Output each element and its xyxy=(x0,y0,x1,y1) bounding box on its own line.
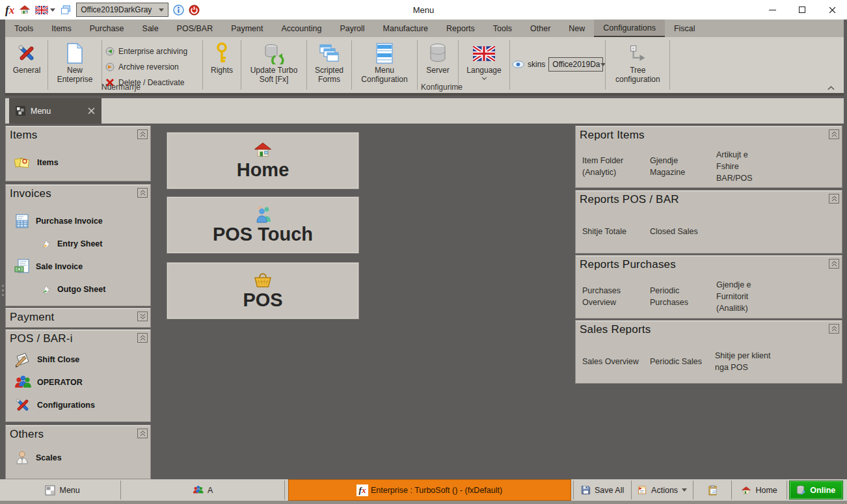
chevron-double-up-icon xyxy=(831,131,837,137)
status-menu-button[interactable]: Menu xyxy=(5,479,120,501)
section-title: Others xyxy=(6,425,150,442)
scripted-forms-button[interactable]: Scripted Forms xyxy=(309,40,349,85)
tab-pos-bar[interactable]: POS/BAR xyxy=(168,20,222,37)
close-tab-icon[interactable] xyxy=(88,107,95,114)
collapse-button[interactable] xyxy=(829,324,839,334)
section-title: Reports Purchases xyxy=(576,256,842,272)
pos-touch-launcher-button[interactable]: POS Touch xyxy=(167,196,359,254)
pos-launcher-button[interactable]: POS xyxy=(167,262,359,319)
power-icon[interactable] xyxy=(189,5,200,16)
collapse-button[interactable] xyxy=(137,333,148,343)
expand-button[interactable] xyxy=(137,312,148,321)
report-link-shitje-klient-pos[interactable]: Shitje per klient nga POS xyxy=(715,350,780,373)
language-flag-icon[interactable] xyxy=(35,6,55,14)
minimize-button[interactable] xyxy=(757,0,787,20)
home-launcher-button[interactable]: Home xyxy=(167,132,359,189)
tab-purchase[interactable]: Purchase xyxy=(81,20,133,37)
sidebar-item-items[interactable]: Items xyxy=(6,151,150,174)
status-operator-button[interactable]: A xyxy=(121,479,284,501)
tab-payroll[interactable]: Payroll xyxy=(330,20,373,37)
status-home-button[interactable]: Home xyxy=(732,479,786,501)
rights-button[interactable]: Rights xyxy=(205,40,239,75)
close-button[interactable] xyxy=(817,0,847,20)
status-enterprise-badge[interactable]: fx Enterprise : TurboSoft () - (fxDefaul… xyxy=(288,479,571,501)
tab-tools[interactable]: Tools xyxy=(5,20,42,37)
report-link-purchases-overview[interactable]: Purchases Overview xyxy=(582,285,641,308)
tab-reports[interactable]: Reports xyxy=(437,20,484,37)
sidebar-item-shift-close[interactable]: Shift Close xyxy=(6,348,150,371)
collapse-button[interactable] xyxy=(829,259,839,269)
key-icon xyxy=(215,41,228,66)
enterprise-archiving-button[interactable]: Enterprise archiving xyxy=(104,44,200,59)
report-link-closed-sales[interactable]: Closed Sales xyxy=(650,226,707,237)
report-link-gjendje-magazine[interactable]: Gjendje Magazine xyxy=(650,155,707,178)
ribbon-collapse-button[interactable] xyxy=(827,86,835,90)
sidebar-item-scales[interactable]: Scales xyxy=(6,446,150,469)
update-turbosoft-button[interactable]: Update Turbo Soft [Fx] xyxy=(243,40,304,85)
collapse-button[interactable] xyxy=(137,429,148,438)
report-link-item-folder[interactable]: Item Folder (Analytic) xyxy=(582,155,641,178)
basket-icon xyxy=(252,271,273,289)
collapse-button[interactable] xyxy=(137,129,148,139)
windows-stack-icon[interactable] xyxy=(60,5,72,16)
ribbon-tab-strip: Tools Items Purchase Sale POS/BAR Paymen… xyxy=(5,20,844,37)
new-enterprise-button[interactable]: New Enterprise xyxy=(50,40,100,85)
maximize-button[interactable] xyxy=(787,0,817,20)
report-link-gjendje-furnitorit[interactable]: Gjendje e Furnitorit (Analitik) xyxy=(716,279,775,314)
online-status-button[interactable]: Online xyxy=(789,481,843,499)
tab-items[interactable]: Items xyxy=(42,20,81,37)
home-icon[interactable] xyxy=(19,5,31,15)
doc-tab-menu[interactable]: Menu xyxy=(9,98,101,124)
quick-access-toolbar: fx Office2019DarkGray xyxy=(0,3,200,17)
tab-sale[interactable]: Sale xyxy=(133,20,168,37)
close-icon xyxy=(829,7,836,14)
menu-configuration-button[interactable]: Menu Configuration xyxy=(354,40,415,85)
tab-fiscal[interactable]: Fiscal xyxy=(665,20,705,37)
sidebar-item-outgo-sheet[interactable]: Outgo Sheet xyxy=(6,278,150,300)
collapse-button[interactable] xyxy=(829,194,839,204)
skins-select[interactable]: Office2019Da xyxy=(548,57,603,72)
section-title: POS / BAR-i xyxy=(6,330,150,347)
tab-accounting[interactable]: Accounting xyxy=(273,20,331,37)
report-link-sales-overview[interactable]: Sales Overview xyxy=(582,356,642,367)
chevron-double-up-icon xyxy=(831,261,837,267)
sidebar-item-entry-sheet[interactable]: Entry Sheet xyxy=(6,232,150,255)
panel-report-items: Report Items Item Folder (Analytic) Gjen… xyxy=(575,126,842,188)
home-icon xyxy=(741,486,751,495)
archive-reversion-button[interactable]: Archive reversion xyxy=(104,59,200,75)
tab-payment[interactable]: Payment xyxy=(222,20,272,37)
group-caption-ndermarrje: Ndermarrje xyxy=(8,83,234,92)
person-icon xyxy=(14,450,30,466)
tab-new[interactable]: New xyxy=(559,20,594,37)
entry-sheet-icon xyxy=(41,239,51,249)
tab-other[interactable]: Other xyxy=(521,20,559,37)
sidebar-section-items: Items Items xyxy=(5,126,151,181)
report-link-artikujt-fshire[interactable]: Artikujt e Fshire BAR/POS xyxy=(716,149,771,184)
tree-configuration-button[interactable]: Tree configuration xyxy=(608,40,667,85)
server-button[interactable]: Server xyxy=(420,40,456,75)
report-link-periodic-purchases[interactable]: Periodic Purchases xyxy=(650,285,707,308)
sidebar-item-operator[interactable]: OPERATOR xyxy=(6,371,150,393)
sidebar: Items Items Invoices Purchase Invoice En… xyxy=(5,126,151,479)
splitter-handle[interactable] xyxy=(1,285,4,299)
tab-configurations[interactable]: Configurations xyxy=(594,20,665,37)
general-button[interactable]: General xyxy=(8,40,46,75)
language-button[interactable]: Language xyxy=(461,40,507,80)
skin-select[interactable]: Office2019DarkGray xyxy=(76,3,168,17)
collapse-button[interactable] xyxy=(137,188,148,198)
tab-manufacture[interactable]: Manufacture xyxy=(374,20,437,37)
sidebar-item-sale-invoice[interactable]: Sale Invoice xyxy=(6,255,150,278)
collapse-button[interactable] xyxy=(829,129,839,139)
maximize-icon xyxy=(799,7,805,13)
info-icon[interactable] xyxy=(173,5,184,16)
section-title: Payment xyxy=(6,308,150,325)
report-link-shitje-totale[interactable]: Shitje Totale xyxy=(582,226,641,237)
actions-button[interactable]: Actions xyxy=(632,479,693,501)
save-all-button[interactable]: Save All xyxy=(574,479,631,501)
sidebar-item-configurations[interactable]: Configurations xyxy=(6,393,150,416)
report-link-periodic-sales[interactable]: Periodic Sales xyxy=(650,356,706,367)
clipboard-button[interactable] xyxy=(693,479,731,501)
tab-tools-2[interactable]: Tools xyxy=(484,20,521,37)
sidebar-item-purchase-invoice[interactable]: Purchase Invoice xyxy=(6,209,150,232)
chevron-up-icon xyxy=(827,86,835,90)
